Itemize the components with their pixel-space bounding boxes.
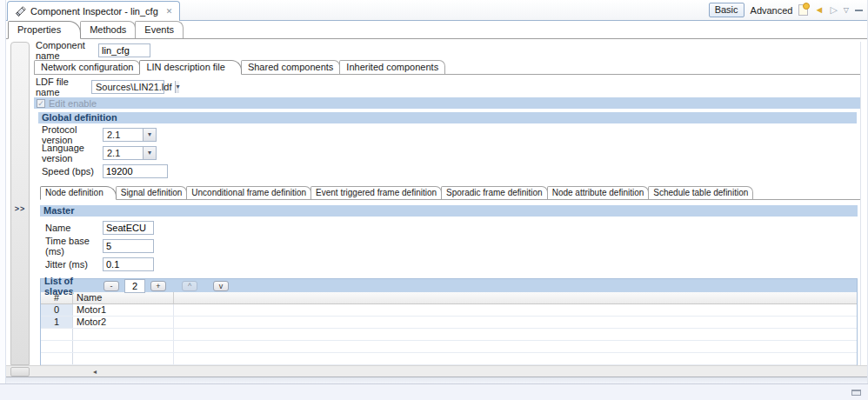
- master-name-input[interactable]: [103, 221, 154, 235]
- view-menu-icon[interactable]: ▽: [844, 6, 849, 14]
- tab-properties[interactable]: Properties: [8, 21, 81, 39]
- tab-methods[interactable]: Methods: [80, 21, 136, 38]
- ldf-file-name-label: LDF file name: [34, 77, 91, 97]
- time-base-label: Time base (ms): [43, 236, 103, 257]
- empty-table-row[interactable]: [41, 329, 857, 341]
- editor-bottom-edge: [6, 377, 867, 383]
- column-header-index: #: [41, 292, 73, 303]
- collapsed-palette: >>: [10, 42, 30, 365]
- slaves-table-header: # Name: [41, 292, 857, 304]
- edit-enable-label: Edit enable: [49, 98, 97, 109]
- tab-schedule-table-definition[interactable]: Schedule table definition: [648, 186, 753, 199]
- protocol-version-combo[interactable]: 2.1 ▾: [103, 128, 157, 142]
- slave-name: Motor2: [73, 317, 174, 328]
- global-definition-section: Global definition Protocol version 2.1 ▾…: [38, 112, 857, 178]
- component-inspector-editor: Component Inspector - lin_cfg ✕ Basic Ad…: [6, 0, 868, 383]
- decrease-slaves-button[interactable]: -: [103, 281, 119, 291]
- component-name-label: Component name: [34, 40, 98, 61]
- window-left-edge: [0, 0, 6, 383]
- tab-sporadic-frame-definition[interactable]: Sporadic frame definition: [441, 186, 548, 199]
- list-of-slaves-header: List of slaves - + ^ v: [41, 279, 857, 292]
- editor-tab-strip: Component Inspector - lin_cfg ✕ Basic Ad…: [6, 0, 867, 21]
- increase-slaves-button[interactable]: +: [150, 281, 166, 291]
- definition-tab-bar: Node definition Signal definition Uncond…: [40, 187, 860, 200]
- master-section: Master Name Time base (ms) Jitter (ms): [40, 205, 858, 271]
- expand-palette-button[interactable]: >>: [11, 204, 29, 213]
- column-header-name: Name: [73, 292, 174, 303]
- slave-index: 0: [41, 304, 73, 316]
- scroll-left-icon[interactable]: ◂: [93, 368, 97, 376]
- tab-node-definition[interactable]: Node definition: [40, 186, 117, 200]
- speed-input[interactable]: [103, 164, 168, 178]
- slave-name: Motor1: [73, 304, 174, 316]
- advanced-button[interactable]: Advanced: [751, 5, 793, 16]
- component-name-input[interactable]: [98, 43, 150, 57]
- restore-tray-icon[interactable]: [851, 390, 861, 396]
- tab-unconditional-frame-definition[interactable]: Unconditional frame definition: [186, 186, 311, 199]
- chevron-down-icon[interactable]: ▾: [175, 81, 179, 93]
- tab-lin-description-file[interactable]: LIN description file: [139, 60, 242, 75]
- empty-table-row[interactable]: [41, 353, 857, 365]
- main-tab-bar: Properties Methods Events: [6, 21, 867, 39]
- chevron-down-icon[interactable]: ▾: [143, 147, 156, 159]
- editor-toolbar: Basic Advanced ◄ ▷ ▽: [709, 3, 863, 17]
- jitter-input[interactable]: [103, 257, 154, 271]
- tab-event-triggered-frame-definition[interactable]: Event triggered frame definition: [310, 186, 442, 199]
- back-arrow-icon[interactable]: ◄: [814, 5, 824, 15]
- language-version-value: 2.1: [103, 147, 143, 159]
- forward-arrow-icon[interactable]: ▷: [830, 5, 837, 15]
- close-icon[interactable]: ✕: [166, 7, 173, 16]
- language-version-combo[interactable]: 2.1 ▾: [103, 146, 157, 160]
- edit-enable-checkbox[interactable]: ✓: [37, 99, 45, 108]
- empty-table-row[interactable]: [41, 341, 857, 353]
- palette-footer-box: [10, 367, 30, 377]
- move-down-button[interactable]: v: [213, 281, 229, 291]
- language-version-label: Language version: [40, 143, 103, 163]
- edit-enable-row: ✓ Edit enable: [34, 97, 860, 109]
- chevron-down-icon[interactable]: ▾: [143, 129, 156, 141]
- ldf-file-combo[interactable]: Sources\LIN21.ldf ▾: [91, 80, 164, 94]
- tab-signal-definition[interactable]: Signal definition: [116, 186, 188, 199]
- master-header: Master: [40, 205, 858, 217]
- tab-node-attribute-definition[interactable]: Node attribute definition: [547, 186, 650, 199]
- time-base-input[interactable]: [103, 239, 154, 253]
- tab-inherited-components[interactable]: Inherited components: [339, 60, 445, 74]
- list-of-slaves-section: List of slaves - + ^ v # Name 0 Motor1: [40, 278, 858, 378]
- status-bar: [0, 383, 868, 400]
- config-tab-bar: Network configuration LIN description fi…: [34, 61, 860, 75]
- table-row[interactable]: 1 Motor2: [41, 317, 857, 329]
- basic-button[interactable]: Basic: [709, 3, 744, 17]
- minimize-icon[interactable]: [855, 10, 863, 12]
- global-definition-header: Global definition: [38, 112, 857, 123]
- editor-tab-title: Component Inspector - lin_cfg: [30, 6, 158, 17]
- editor-tab-component-inspector[interactable]: Component Inspector - lin_cfg ✕: [7, 1, 180, 21]
- ldf-file-value: Sources\LIN21.ldf: [92, 81, 175, 93]
- tab-events[interactable]: Events: [135, 21, 184, 38]
- new-page-icon[interactable]: [798, 4, 808, 16]
- master-name-label: Name: [43, 223, 103, 233]
- protocol-version-value: 2.1: [103, 129, 143, 141]
- jitter-label: Jitter (ms): [43, 259, 103, 270]
- properties-page: >> Component name Network configuration …: [6, 39, 867, 365]
- slave-index: 1: [41, 317, 73, 328]
- slave-count-input[interactable]: [124, 279, 145, 293]
- speed-label: Speed (bps): [40, 166, 103, 177]
- editor-footer-band: ◂: [6, 365, 867, 377]
- tab-shared-components[interactable]: Shared components: [241, 60, 340, 74]
- component-inspector-icon: [15, 6, 26, 17]
- tab-network-configuration[interactable]: Network configuration: [34, 60, 140, 74]
- table-row[interactable]: 0 Motor1: [41, 304, 857, 317]
- content-right-divider: [860, 42, 861, 365]
- move-up-button[interactable]: ^: [182, 281, 197, 291]
